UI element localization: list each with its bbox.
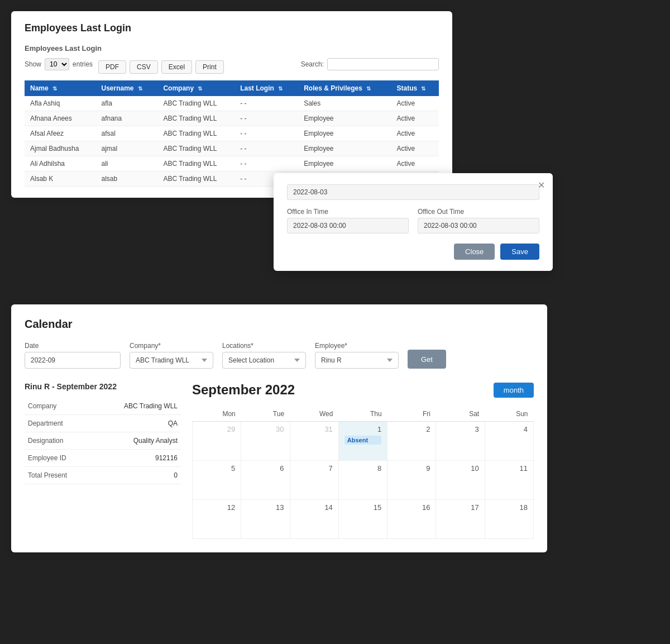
info-row: Employee ID912116 — [25, 450, 181, 467]
cell-last_login: - - — [234, 96, 298, 111]
calendar-main: September 2022 month MonTueWedThuFriSatS… — [192, 382, 534, 539]
cell-status: Active — [391, 111, 439, 126]
calendar-day-cell[interactable]: 13 — [241, 500, 290, 539]
pdf-button[interactable]: PDF — [98, 60, 126, 74]
cell-name: Afla Ashiq — [25, 96, 96, 111]
info-value: 912116 — [92, 450, 181, 467]
cell-username: afnana — [96, 111, 158, 126]
location-filter-select[interactable]: Select Location — [222, 352, 306, 369]
calendar-day-cell[interactable]: 14 — [290, 500, 338, 539]
save-button[interactable]: Save — [500, 244, 539, 260]
csv-button[interactable]: CSV — [130, 60, 158, 74]
calendar-day-cell[interactable]: 1Absent — [338, 422, 387, 461]
calendar-day-cell[interactable]: 10 — [436, 461, 485, 500]
calendar-day-cell[interactable]: 5 — [193, 461, 241, 500]
calendar-day-cell[interactable]: 16 — [387, 500, 436, 539]
calendar-day-cell[interactable]: 11 — [485, 461, 533, 500]
table-row: Afsal AfeezafsalABC Trading WLL- -Employ… — [25, 126, 439, 141]
location-filter-group: Locations* Select Location — [222, 342, 306, 369]
employee-filter-select[interactable]: Rinu R — [315, 352, 399, 369]
calendar-day-cell[interactable]: 17 — [436, 500, 485, 539]
company-filter-select[interactable]: ABC Trading WLL — [130, 352, 213, 369]
info-row: Total Present0 — [25, 467, 181, 484]
show-label: Show — [25, 60, 41, 68]
calendar-week-row: 12131415161718 — [193, 500, 534, 539]
col-company: Company ⇅ — [157, 80, 234, 96]
calendar-day-cell[interactable]: 18 — [485, 500, 533, 539]
cell-roles: Employee — [298, 111, 391, 126]
show-entries: Show 10 25 50 entries — [25, 58, 93, 70]
table-row: Ajmal BadhushaajmalABC Trading WLL- -Emp… — [25, 141, 439, 156]
calendar-day-cell[interactable]: 2 — [387, 422, 436, 461]
calendar-day-cell[interactable]: 6 — [241, 461, 290, 500]
info-label: Department — [25, 415, 92, 432]
office-out-group: Office Out Time — [418, 208, 539, 233]
date-input[interactable] — [287, 184, 539, 200]
entries-select[interactable]: 10 25 50 — [45, 58, 69, 70]
table-row: Afla AshiqaflaABC Trading WLL- -SalesAct… — [25, 96, 439, 111]
company-filter-group: Company* ABC Trading WLL — [130, 342, 213, 369]
calendar-day-cell[interactable]: 30 — [241, 422, 290, 461]
calendar-month-title: September 2022 — [192, 382, 295, 398]
info-row: DesignationQuality Analyst — [25, 432, 181, 450]
calendar-day-cell[interactable]: 9 — [387, 461, 436, 500]
print-button[interactable]: Print — [195, 60, 224, 74]
excel-button[interactable]: Excel — [161, 60, 192, 74]
entries-label: entries — [73, 60, 93, 68]
get-button[interactable]: Get — [408, 350, 446, 369]
info-value: QA — [92, 415, 181, 432]
cell-name: Afsal Afeez — [25, 126, 96, 141]
info-label: Total Present — [25, 467, 92, 484]
info-value: 0 — [92, 467, 181, 484]
calendar-grid: MonTueWedThuFriSatSun 2930311Absent23456… — [192, 407, 534, 539]
cell-username: ajmal — [96, 141, 158, 156]
cal-header-sat: Sat — [436, 407, 485, 422]
calendar-day-cell[interactable]: 31 — [290, 422, 338, 461]
office-out-label: Office Out Time — [418, 208, 539, 216]
filter-row: Date Company* ABC Trading WLL Locations*… — [25, 342, 534, 369]
calendar-day-cell[interactable]: 12 — [193, 500, 241, 539]
cal-header-sun: Sun — [485, 407, 533, 422]
employees-panel: Employees Last Login Employees Last Logi… — [11, 11, 452, 198]
calendar-day-cell[interactable]: 4 — [485, 422, 533, 461]
employees-panel-title: Employees Last Login — [25, 22, 439, 34]
employee-filter-group: Employee* Rinu R — [315, 342, 399, 369]
cell-status: Active — [391, 96, 439, 111]
office-out-input[interactable] — [418, 218, 539, 233]
sort-lastlogin-icon: ⇅ — [278, 85, 283, 92]
cal-header-wed: Wed — [290, 407, 338, 422]
calendar-day-cell[interactable]: 29 — [193, 422, 241, 461]
cell-status: Active — [391, 141, 439, 156]
search-input[interactable] — [327, 58, 439, 70]
date-filter-input[interactable] — [25, 352, 121, 369]
info-row: CompanyABC Trading WLL — [25, 398, 181, 415]
calendar-day-cell[interactable]: 8 — [338, 461, 387, 500]
modal-close-x-button[interactable]: ✕ — [538, 180, 545, 190]
month-view-button[interactable]: month — [494, 383, 534, 398]
info-value: ABC Trading WLL — [92, 398, 181, 415]
calendar-day-cell[interactable]: 15 — [338, 500, 387, 539]
info-row: DepartmentQA — [25, 415, 181, 432]
cell-username: alsab — [96, 171, 158, 187]
cell-name: Alsab K — [25, 171, 96, 187]
office-in-input[interactable] — [287, 218, 409, 233]
close-button[interactable]: Close — [454, 244, 495, 260]
employees-table: Name ⇅ Username ⇅ Company ⇅ Last Login ⇅… — [25, 80, 439, 187]
col-username: Username ⇅ — [96, 80, 158, 96]
calendar-day-cell[interactable]: 7 — [290, 461, 338, 500]
export-buttons: PDF CSV Excel Print — [98, 60, 224, 74]
table-row: Afnana AneesafnanaABC Trading WLL- -Empl… — [25, 111, 439, 126]
cal-header-thu: Thu — [338, 407, 387, 422]
date-field-group — [287, 184, 539, 200]
time-row: Office In Time Office Out Time — [287, 208, 539, 233]
info-label: Employee ID — [25, 450, 92, 467]
calendar-day-cell[interactable]: 3 — [436, 422, 485, 461]
cell-name: Ali Adhilsha — [25, 156, 96, 171]
employee-info-title: Rinu R - September 2022 — [25, 382, 181, 391]
cell-last_login: - - — [234, 111, 298, 126]
calendar-header: September 2022 month — [192, 382, 534, 398]
cell-roles: Employee — [298, 126, 391, 141]
calendar-panel: Calendar Date Company* ABC Trading WLL L… — [11, 304, 547, 552]
cell-last_login: - - — [234, 156, 298, 171]
calendar-title: Calendar — [25, 318, 534, 331]
